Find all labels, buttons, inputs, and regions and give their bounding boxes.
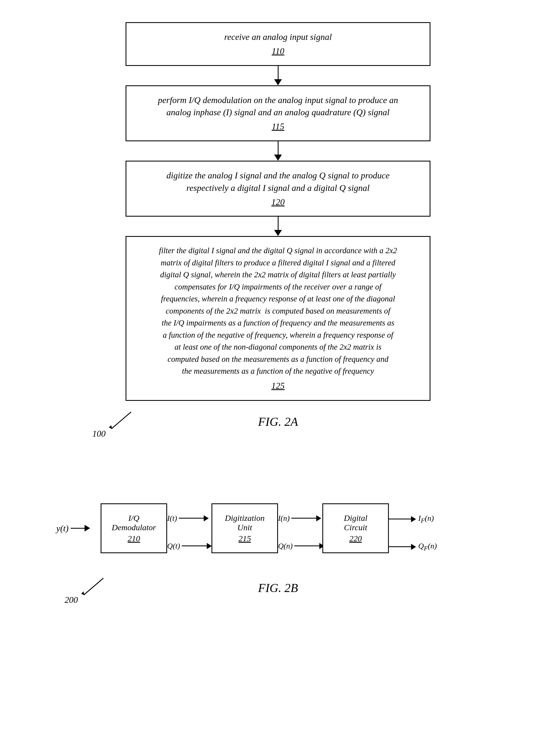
block2-line2: Unit <box>237 523 252 532</box>
qn-label: Q(n) <box>278 541 293 551</box>
fig2b-section: y(t) I/Q Demodulator 210 I(t) <box>56 495 500 611</box>
qf-line <box>389 546 411 547</box>
page: receive an analog input signal 110 perfo… <box>0 0 556 756</box>
it-line <box>179 518 204 519</box>
step3-num: 120 <box>140 196 416 208</box>
fig2b-caption: FIG. 2B <box>56 581 500 595</box>
block3-line1: Digital <box>344 513 367 523</box>
block1-demodulator: I/Q Demodulator 210 <box>101 503 167 553</box>
block2-digitization: Digitization Unit 215 <box>211 503 278 553</box>
step1-box: receive an analog input signal 110 <box>126 22 430 66</box>
input-arrow-head <box>84 525 90 532</box>
qn-line <box>294 545 319 546</box>
fig2b-label-area: 200 FIG. 2B <box>56 575 500 611</box>
fig2a-caption: FIG. 2A <box>84 415 472 429</box>
step1-text: receive an analog input signal <box>224 32 332 42</box>
step4-num: 125 <box>140 379 416 392</box>
it-arrow-head <box>204 515 209 521</box>
in-label: I(n) <box>278 514 290 523</box>
input-signal-label: y(t) <box>56 523 68 533</box>
arrow1 <box>274 66 282 85</box>
step2-text: perform I/Q demodulation on the analog i… <box>158 95 398 117</box>
step2-box: perform I/Q demodulation on the analog i… <box>126 85 430 141</box>
block3-num: 220 <box>349 534 362 543</box>
block3-line2: Circuit <box>344 523 367 532</box>
block-diagram-wrapper: y(t) I/Q Demodulator 210 I(t) <box>56 495 500 562</box>
arrow2-line <box>278 141 279 155</box>
block2-num: 215 <box>239 534 251 543</box>
fig2a-section: receive an analog input signal 110 perfo… <box>84 22 472 445</box>
it-signal-group: I(t) <box>167 514 209 523</box>
arrow1-line <box>278 66 279 79</box>
in-line <box>291 518 316 519</box>
step1-num: 110 <box>140 45 416 58</box>
if-signal-group: IF(n) <box>389 514 434 524</box>
arrow3-head <box>274 230 282 236</box>
qt-line <box>182 545 207 546</box>
in-signal-group: I(n) <box>278 514 321 523</box>
qt-arrow-head <box>207 543 212 549</box>
qf-signal-group: QF(n) <box>389 541 437 552</box>
step4-box: filter the digital I signal and the digi… <box>126 236 430 401</box>
block1-line2: Demodulator <box>112 523 156 532</box>
step4-text: filter the digital I signal and the digi… <box>159 246 397 375</box>
qn-signal-group: Q(n) <box>278 541 324 551</box>
block1-num: 210 <box>128 534 140 543</box>
block2-line1: Digitization <box>225 513 265 523</box>
if-label: IF(n) <box>418 514 434 524</box>
arrow3 <box>274 217 282 236</box>
it-label: I(t) <box>167 514 177 523</box>
step3-text: digitize the analog I signal and the ana… <box>167 171 390 193</box>
input-signal-group: y(t) <box>56 523 90 533</box>
qt-signal-group: Q(t) <box>167 541 212 551</box>
input-arrow-line <box>71 528 84 529</box>
step2-num: 115 <box>140 120 416 133</box>
step3-box: digitize the analog I signal and the ana… <box>126 161 430 217</box>
fig2a-label-area: 100 FIG. 2A <box>84 409 472 445</box>
qt-label: Q(t) <box>167 541 180 551</box>
input-arrow <box>71 525 90 532</box>
block1-line1: I/Q <box>128 513 139 523</box>
if-line <box>389 519 411 520</box>
qf-arrow-head <box>411 544 416 550</box>
arrow2-head <box>274 155 282 161</box>
arrow2 <box>274 141 282 161</box>
in-arrow-head <box>316 515 321 521</box>
arrow1-head <box>274 79 282 85</box>
fig2b-200-label: 200 <box>65 595 78 605</box>
qf-label: QF(n) <box>418 541 437 552</box>
if-arrow-head <box>411 516 416 522</box>
block3-digital-circuit: Digital Circuit 220 <box>322 503 389 553</box>
flow-container: receive an analog input signal 110 perfo… <box>84 22 472 401</box>
arrow3-line <box>278 217 279 230</box>
fig2a-100-label: 100 <box>92 428 106 439</box>
